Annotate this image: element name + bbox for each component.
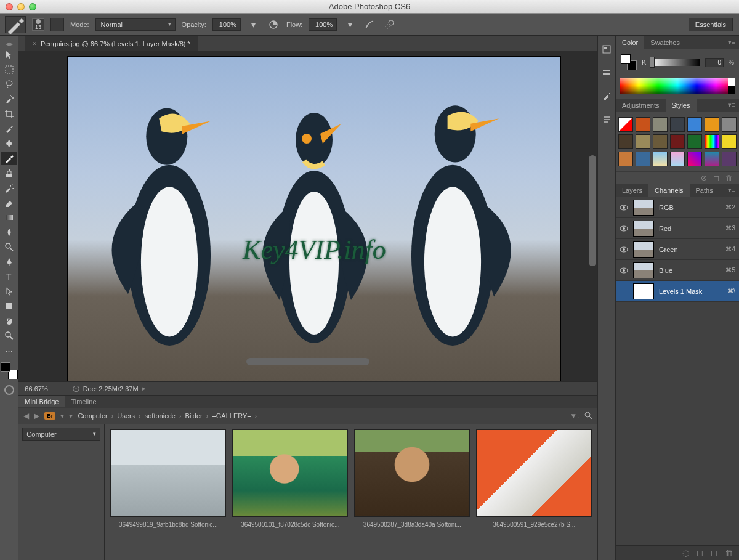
tool-preset-picker[interactable] bbox=[5, 16, 26, 33]
panel-menu-icon[interactable]: ▾≡ bbox=[724, 101, 739, 109]
channel-row[interactable]: RGB⌘2 bbox=[616, 197, 739, 218]
tab-layers[interactable]: Layers bbox=[616, 184, 648, 197]
foreground-background-colors[interactable] bbox=[1, 362, 18, 379]
flow-chevron-icon[interactable]: ▾ bbox=[343, 18, 357, 31]
search-icon[interactable] bbox=[584, 411, 592, 421]
channel-row[interactable]: Blue⌘5 bbox=[616, 260, 739, 281]
crumb-0[interactable]: Computer bbox=[78, 412, 107, 420]
crop-tool[interactable] bbox=[1, 107, 17, 121]
style-swatch[interactable] bbox=[653, 134, 668, 149]
pen-tool[interactable] bbox=[1, 255, 17, 269]
brush-preset-picker[interactable]: 13 bbox=[32, 18, 44, 31]
tab-paths[interactable]: Paths bbox=[690, 184, 719, 197]
tab-color[interactable]: Color bbox=[616, 36, 644, 49]
nav-menu2-icon[interactable]: ▾ bbox=[69, 412, 73, 420]
style-swatch[interactable] bbox=[722, 134, 737, 149]
style-swatch[interactable] bbox=[636, 134, 650, 149]
visibility-toggle-icon[interactable] bbox=[620, 224, 628, 233]
marquee-tool[interactable] bbox=[1, 63, 17, 76]
edit-toolbar-icon[interactable]: ⋯ bbox=[1, 344, 17, 357]
brush-panel-toggle[interactable] bbox=[50, 18, 64, 31]
hand-tool[interactable] bbox=[1, 314, 17, 328]
thumbnail-item[interactable]: 3649500101_f87028c5dc Softonic... bbox=[233, 430, 347, 554]
type-tool[interactable]: T bbox=[1, 270, 17, 283]
document-tab[interactable]: × Penguins.jpg @ 66.7% (Levels 1, Layer … bbox=[25, 36, 198, 51]
shape-tool[interactable] bbox=[1, 299, 17, 313]
style-swatch[interactable] bbox=[670, 117, 685, 132]
style-swatch[interactable] bbox=[670, 134, 685, 149]
vertical-scrollbar[interactable] bbox=[589, 155, 596, 266]
style-swatch[interactable] bbox=[670, 152, 685, 166]
nav-back-icon[interactable]: ◀ bbox=[23, 412, 29, 420]
filter-icon[interactable]: ▼. bbox=[570, 412, 579, 420]
style-swatch[interactable] bbox=[618, 152, 633, 166]
load-selection-icon[interactable]: ◌ bbox=[682, 548, 689, 558]
blur-tool[interactable] bbox=[1, 225, 17, 239]
horizontal-scrollbar[interactable] bbox=[246, 358, 370, 365]
color-fg-bg[interactable] bbox=[621, 54, 637, 70]
quick-selection-tool[interactable] bbox=[1, 92, 17, 106]
blend-mode-dropdown[interactable]: Normal bbox=[95, 18, 176, 31]
save-selection-icon[interactable]: ◻ bbox=[697, 548, 703, 558]
clear-style-icon[interactable]: ⊘ bbox=[701, 174, 707, 182]
style-swatch[interactable] bbox=[618, 134, 633, 149]
visibility-toggle-icon[interactable] bbox=[620, 266, 628, 275]
style-swatch[interactable] bbox=[687, 152, 702, 166]
k-slider[interactable] bbox=[651, 59, 700, 66]
channel-row[interactable]: Levels 1 Mask⌘\ bbox=[616, 281, 739, 302]
history-brush-tool[interactable] bbox=[1, 181, 17, 195]
panel-menu-icon[interactable]: ▾≡ bbox=[724, 38, 739, 46]
color-spectrum[interactable] bbox=[620, 78, 735, 94]
crumb-2[interactable]: softonicde bbox=[145, 412, 176, 420]
style-swatch[interactable] bbox=[705, 152, 719, 166]
style-swatch[interactable] bbox=[705, 117, 719, 132]
zoom-tool[interactable] bbox=[1, 329, 17, 343]
close-tab-icon[interactable]: × bbox=[32, 39, 37, 48]
style-swatch[interactable] bbox=[705, 134, 719, 149]
zoom-level[interactable]: 66.67% bbox=[25, 385, 47, 392]
dodge-tool[interactable] bbox=[1, 240, 17, 254]
flow-value[interactable]: 100% bbox=[309, 18, 337, 31]
eyedropper-tool[interactable] bbox=[1, 122, 17, 136]
style-swatch[interactable] bbox=[653, 152, 668, 166]
bridge-badge-icon[interactable]: Br bbox=[44, 412, 55, 420]
style-swatch[interactable] bbox=[636, 152, 650, 166]
eraser-tool[interactable] bbox=[1, 196, 17, 209]
visibility-toggle-icon[interactable] bbox=[620, 287, 628, 296]
channel-row[interactable]: Red⌘3 bbox=[616, 218, 739, 239]
tab-swatches[interactable]: Swatches bbox=[644, 36, 686, 49]
style-swatch[interactable] bbox=[722, 117, 737, 132]
path-selection-tool[interactable] bbox=[1, 285, 17, 298]
thumbnail-item[interactable]: 3649500287_3d8a3da40a Softoni... bbox=[355, 430, 469, 554]
properties-panel-icon[interactable] bbox=[599, 65, 614, 80]
crumb-1[interactable]: Users bbox=[117, 412, 135, 420]
lasso-tool[interactable] bbox=[1, 78, 17, 91]
pressure-opacity-icon[interactable] bbox=[267, 18, 280, 31]
visibility-toggle-icon[interactable] bbox=[620, 203, 628, 212]
delete-channel-icon[interactable]: 🗑 bbox=[725, 548, 733, 558]
visibility-toggle-icon[interactable] bbox=[620, 245, 628, 254]
canvas-area[interactable]: Key4VIP.info bbox=[18, 51, 597, 381]
tab-adjustments[interactable]: Adjustments bbox=[616, 99, 666, 112]
status-chevron-icon[interactable]: ⨀ bbox=[73, 384, 79, 392]
nav-forward-icon[interactable]: ▶ bbox=[34, 412, 39, 420]
style-swatch[interactable] bbox=[618, 117, 633, 132]
brush-tool[interactable] bbox=[1, 152, 17, 165]
style-swatch[interactable] bbox=[722, 152, 737, 166]
document-canvas[interactable]: Key4VIP.info bbox=[68, 57, 560, 381]
delete-style-icon[interactable]: 🗑 bbox=[725, 174, 733, 182]
tab-styles[interactable]: Styles bbox=[666, 99, 697, 112]
tab-channels[interactable]: Channels bbox=[648, 184, 689, 197]
new-channel-icon[interactable]: ◻ bbox=[711, 548, 717, 558]
crumb-4[interactable]: =GALLERY= bbox=[212, 412, 251, 420]
toolbox-collapse-icon[interactable]: ◀▶ bbox=[0, 41, 18, 47]
source-selector[interactable]: Computer bbox=[22, 428, 100, 441]
panel-menu-icon[interactable]: ▾≡ bbox=[724, 186, 739, 194]
style-swatch[interactable] bbox=[687, 117, 702, 132]
history-panel-icon[interactable] bbox=[599, 42, 614, 57]
quick-mask-toggle[interactable] bbox=[1, 383, 17, 397]
thumbnail-item[interactable]: 3649499819_9afb1bc8bd Softonic... bbox=[111, 430, 225, 554]
clone-stamp-tool[interactable] bbox=[1, 166, 17, 180]
style-swatch[interactable] bbox=[636, 117, 650, 132]
k-value[interactable]: 0 bbox=[705, 58, 724, 67]
